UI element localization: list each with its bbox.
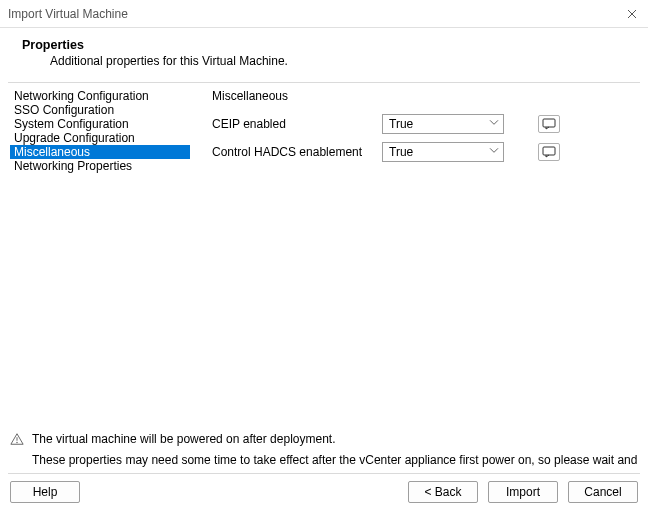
sidebar-item-upgrade-configuration[interactable]: Upgrade Configuration bbox=[10, 131, 190, 145]
close-icon[interactable] bbox=[626, 8, 638, 20]
button-bar: Help < Back Import Cancel bbox=[0, 474, 648, 512]
help-button[interactable]: Help bbox=[10, 481, 80, 503]
sidebar-item-system-configuration[interactable]: System Configuration bbox=[10, 117, 190, 131]
sidebar: Networking Configuration SSO Configurati… bbox=[10, 89, 190, 430]
property-label: CEIP enabled bbox=[212, 117, 382, 131]
warning-icon bbox=[10, 432, 24, 449]
property-value: True bbox=[389, 117, 413, 131]
back-button[interactable]: < Back bbox=[408, 481, 478, 503]
properties-panel: Miscellaneous CEIP enabled True Control … bbox=[190, 89, 638, 430]
svg-point-6 bbox=[16, 442, 17, 443]
property-select-hadcs[interactable]: True bbox=[382, 142, 504, 162]
titlebar: Import Virtual Machine bbox=[0, 0, 648, 28]
warning-text-1: The virtual machine will be powered on a… bbox=[32, 432, 336, 446]
property-select-ceip[interactable]: True bbox=[382, 114, 504, 134]
property-row-hadcs: Control HADCS enablement True bbox=[212, 141, 630, 163]
property-row-ceip: CEIP enabled True bbox=[212, 113, 630, 135]
svg-rect-3 bbox=[543, 147, 555, 155]
footer-warning: The virtual machine will be powered on a… bbox=[0, 430, 648, 473]
sidebar-item-miscellaneous[interactable]: Miscellaneous bbox=[10, 145, 190, 159]
svg-rect-2 bbox=[543, 119, 555, 127]
info-button-hadcs[interactable] bbox=[538, 143, 560, 161]
sidebar-item-networking-properties[interactable]: Networking Properties bbox=[10, 159, 190, 173]
cancel-button[interactable]: Cancel bbox=[568, 481, 638, 503]
page-title: Properties bbox=[22, 38, 630, 52]
property-value: True bbox=[389, 145, 413, 159]
sidebar-item-sso-configuration[interactable]: SSO Configuration bbox=[10, 103, 190, 117]
info-button-ceip[interactable] bbox=[538, 115, 560, 133]
panel-title: Miscellaneous bbox=[212, 89, 630, 103]
content: Networking Configuration SSO Configurati… bbox=[0, 83, 648, 430]
sidebar-item-networking-configuration[interactable]: Networking Configuration bbox=[10, 89, 190, 103]
window-title: Import Virtual Machine bbox=[8, 7, 128, 21]
chevron-down-icon bbox=[489, 144, 499, 158]
property-label: Control HADCS enablement bbox=[212, 145, 382, 159]
page-subtitle: Additional properties for this Virtual M… bbox=[50, 54, 630, 68]
import-button[interactable]: Import bbox=[488, 481, 558, 503]
warning-text-2: These properties may need some time to t… bbox=[32, 453, 638, 467]
chevron-down-icon bbox=[489, 116, 499, 130]
header: Properties Additional properties for thi… bbox=[0, 28, 648, 78]
